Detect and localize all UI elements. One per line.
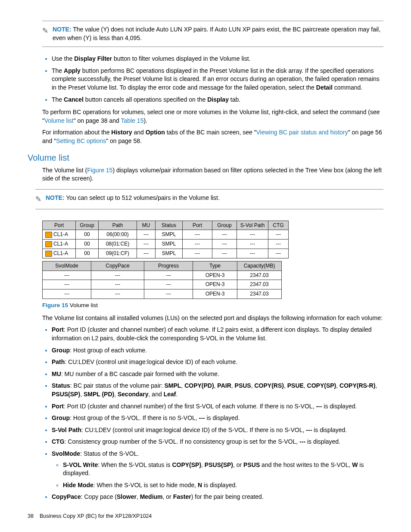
col-port2: Port — [183, 221, 212, 230]
col-group: Group — [76, 221, 99, 230]
note-block: ✎ NOTE: The value (Y) does not include A… — [42, 21, 383, 47]
link-table-15[interactable]: Table 15 — [121, 117, 144, 124]
volume-icon — [45, 251, 52, 257]
col-progress: Progress — [144, 261, 193, 271]
list-item: Group: Host group of the S-VOL. If there… — [52, 414, 383, 423]
volume-table-1: Port Group Path MU Status Port Group S-V… — [42, 221, 289, 258]
note-icon: ✎ — [42, 25, 48, 42]
col-type: Type — [193, 261, 237, 271]
note-text: NOTE: The value (Y) does not include Aut… — [53, 25, 383, 42]
list-item: Port: Port ID (cluster and channel numbe… — [52, 326, 383, 342]
volume-icon — [45, 232, 52, 238]
note-icon: ✎ — [35, 194, 41, 205]
section-heading-volume-list: Volume list — [28, 152, 383, 164]
list-item: The Cancel button cancels all operations… — [52, 96, 383, 104]
table-row: ---------OPEN-32347.03 — [43, 280, 282, 289]
list-item: Port: Port ID (cluster and channel numbe… — [52, 402, 383, 411]
list-item: MU: MU number of a BC cascade pair forme… — [52, 370, 383, 379]
note-body: The value (Y) does not include Auto LUN … — [53, 26, 380, 41]
volume-table-2: SvolMode CopyPace Progress Type Capacity… — [42, 261, 282, 299]
note-text: NOTE: You can select up to 512 volumes/p… — [46, 194, 383, 205]
list-item: The Apply button performs BC operations … — [52, 67, 383, 92]
paragraph-vol-intro: The Volume list (Figure 15) displays vol… — [42, 166, 383, 183]
col-path: Path — [99, 221, 137, 230]
col-mu: MU — [137, 221, 156, 230]
figure-caption: Figure 15 Volume list — [42, 302, 383, 310]
link-volume-list[interactable]: Volume list — [44, 117, 74, 124]
col-svolpath: S-Vol Path — [237, 221, 268, 230]
list-item: Use the Display Filter button to filter … — [52, 55, 383, 63]
paragraph-perform: To perform BC operations for volumes, se… — [42, 108, 383, 125]
col-group2: Group — [212, 221, 237, 230]
note-body: You can select up to 512 volumes/pairs i… — [66, 194, 220, 201]
list-item: Hide Mode: When the S-VOL is set to hide… — [63, 481, 383, 490]
table-row: CL1-A 00 06(00:00) --- SMPL --- --- --- … — [43, 230, 289, 240]
list-item: SvolMode: Status of the S-VOL. S-VOL Wri… — [52, 450, 383, 489]
top-bullets: Use the Display Filter button to filter … — [42, 55, 383, 104]
table-row: ---------OPEN-32347.03 — [43, 271, 282, 280]
list-item: Path: CU:LDEV (control unit image:logica… — [52, 358, 383, 367]
page-number: 38 — [28, 513, 34, 520]
list-item: S-Vol Path: CU:LDEV (control unit image:… — [52, 426, 383, 435]
col-svolmode: SvolMode — [43, 261, 91, 271]
footer-title: Business Copy XP (BC) for the XP128/XP10… — [40, 513, 152, 520]
list-item: S-VOL Write: When the S-VOL status is CO… — [63, 461, 383, 478]
table-row: ---------OPEN-32347.03 — [43, 289, 282, 299]
paragraph-after-figure: The Volume list contains all installed v… — [42, 314, 383, 323]
paragraph-info: For information about the History and Op… — [42, 128, 383, 145]
definition-list: Port: Port ID (cluster and channel numbe… — [42, 326, 383, 501]
table-row: CL1-A 00 09(01:CF) --- SMPL --- --- --- … — [43, 249, 289, 258]
list-item: CTG: Consistency group number of the S-V… — [52, 438, 383, 446]
col-copypace: CopyPace — [91, 261, 144, 271]
list-item: Status: BC pair status of the volume pai… — [52, 382, 383, 398]
col-capacity: Capacity(MB) — [237, 261, 282, 271]
note-label: NOTE: — [53, 26, 72, 33]
volume-icon — [45, 241, 52, 247]
col-status: Status — [156, 221, 183, 230]
link-viewing-status[interactable]: Viewing BC pair status and history — [256, 129, 348, 136]
col-ctg: CTG — [268, 221, 289, 230]
note-block: ✎ NOTE: You can select up to 512 volumes… — [35, 189, 383, 209]
list-item: CopyPace: Copy pace (Slower, Medium, or … — [52, 493, 383, 501]
col-port: Port — [43, 221, 76, 230]
table-row: CL1-A 00 08(01:CE) --- SMPL --- --- --- … — [43, 240, 289, 249]
list-item: Group: Host group of each volume. — [52, 346, 383, 355]
page-footer: 38 Business Copy XP (BC) for the XP128/X… — [28, 513, 383, 520]
note-label: NOTE: — [46, 194, 65, 201]
sub-list: S-VOL Write: When the S-VOL status is CO… — [52, 461, 383, 490]
link-figure-15[interactable]: Figure 15 — [87, 167, 112, 174]
link-setting-bc[interactable]: Setting BC options — [56, 137, 106, 144]
